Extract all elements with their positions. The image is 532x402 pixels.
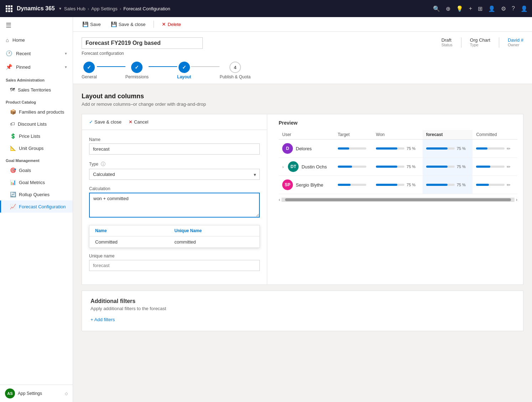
panel-cancel-label: Cancel [134, 119, 148, 125]
calculation-input[interactable]: won + committed [89, 193, 260, 218]
section-header-sales-admin: Sales Administration [0, 74, 73, 84]
form-toolbar: 💾 Save 💾 Save & close ✕ Delete [73, 17, 532, 32]
scroll-right-icon[interactable]: › [516, 197, 517, 202]
scroll-left-icon[interactable]: ‹ [279, 197, 280, 202]
target-bar-fill [338, 147, 349, 150]
profile-icon[interactable]: 👤 [521, 5, 528, 12]
dropdown-col-unique: Unique Name [175, 228, 254, 233]
edit-icon-sergio[interactable]: ✏ [507, 182, 511, 188]
left-panel: ✓ Save & close ✕ Cancel Name [82, 114, 267, 284]
sidebar-item-forecast-config[interactable]: 📈 Forecast Configuration [0, 200, 73, 213]
wizard-step-general[interactable]: ✓ General [82, 62, 97, 79]
panel-save-close-label: Save & close [94, 119, 122, 125]
breadcrumb-sep1: › [88, 6, 89, 11]
breadcrumb-hub[interactable]: Sales Hub [64, 6, 86, 11]
add-filters-button[interactable]: + Add filters [91, 315, 115, 324]
preview-table-header: User Target Won forecast Committed [279, 130, 517, 140]
unit-icon: 📐 [10, 145, 16, 151]
sidebar-item-price-lists[interactable]: 💲 Price Lists [0, 130, 73, 142]
add-icon[interactable]: + [469, 5, 472, 12]
edit-icon-delores[interactable]: ✏ [507, 146, 511, 151]
footer-chevron: ◇ [65, 391, 68, 396]
settings-icon[interactable]: ⚙ [501, 5, 506, 12]
sidebar-item-discount-lists[interactable]: 🏷 Discount Lists [0, 118, 73, 130]
avatar-delores: D [282, 143, 293, 154]
wizard-step-publish[interactable]: 4 Publish & Quota [219, 62, 250, 79]
won-cell-delores: 75 % [372, 140, 423, 158]
col-target: Target [334, 130, 372, 140]
layout-section-title: Layout and columns [82, 93, 523, 100]
forecast-bar-bg [426, 147, 455, 150]
save-close-button[interactable]: 💾 Save & close [109, 20, 148, 28]
committed-cell-sergio: ✏ [472, 176, 517, 194]
sidebar-item-goal-metrics[interactable]: 📊 Goal Metrics [0, 176, 73, 188]
user-icon[interactable]: 👤 [488, 5, 495, 12]
save-button[interactable]: 💾 Save [80, 20, 103, 28]
sidebar-item-rollup-queries[interactable]: 🔄 Rollup Queries [0, 188, 73, 200]
sidebar-item-sales-territories[interactable]: 🗺 Sales Territories [0, 84, 73, 96]
name-input[interactable] [89, 143, 260, 155]
territories-icon: 🗺 [10, 87, 15, 93]
won-pct-d: 75 % [407, 165, 415, 169]
sidebar-footer[interactable]: AS App Settings ◇ [0, 385, 73, 402]
dropdown-row-committed[interactable]: Committed committed [89, 236, 259, 247]
forecast-pct: 75 % [457, 146, 466, 151]
committed-bar-bg [476, 147, 505, 150]
forecast-bar-fill-d [426, 166, 448, 168]
preview-scrollbar-row: ‹ › [279, 197, 517, 202]
expand-dustin[interactable]: › [282, 164, 284, 169]
dropdown-header: Name Unique Name [89, 225, 259, 236]
brand-title[interactable]: Dynamics 365 [17, 5, 55, 12]
add-filters-label: + Add filters [91, 317, 115, 322]
filter-icon[interactable]: ⊞ [478, 5, 482, 12]
scrollbar-thumb[interactable] [285, 198, 511, 201]
breadcrumb-app[interactable]: App Settings [91, 6, 118, 11]
committed-bar-fill-s [476, 184, 489, 186]
left-panel-scroll[interactable]: Name Type ⓘ Calculated [82, 130, 267, 284]
toolbar-separator [154, 21, 154, 28]
preview-scrollbar[interactable] [282, 198, 514, 202]
unique-name-input[interactable] [89, 260, 260, 271]
forecast-title-input[interactable] [82, 37, 203, 49]
form-meta: Draft Status Org Chart Type David # Owne… [441, 37, 523, 48]
sidebar-item-home[interactable]: ⌂ Home [0, 33, 73, 47]
user-cell-dustin: › DT Dustin Ochs [279, 158, 334, 176]
wizard-step-permissions[interactable]: ✓ Permissions [125, 62, 149, 79]
panel-save-close-button[interactable]: ✓ Save & close [88, 118, 123, 126]
help-icon[interactable]: ? [512, 5, 515, 12]
step-label-permissions: Permissions [125, 74, 149, 79]
wizard-connector-2 [149, 66, 177, 67]
sidebar-item-unit-groups[interactable]: 📐 Unit Groups [0, 142, 73, 154]
edit-icon-dustin[interactable]: ✏ [507, 164, 511, 169]
type-select[interactable]: Calculated Simple Sum [89, 169, 260, 180]
sidebar-price-label: Price Lists [19, 134, 40, 139]
delete-button[interactable]: ✕ Delete [160, 20, 184, 28]
sidebar-toggle[interactable]: ☰ [0, 17, 73, 33]
committed-bar-fill [476, 147, 487, 150]
sidebar-item-recent[interactable]: 🕐 Recent ▾ [0, 47, 73, 60]
save-icon: 💾 [82, 21, 88, 27]
table-row: D Delores [279, 140, 517, 158]
goals-icon: 🎯 [10, 167, 16, 173]
wizard-step-layout[interactable]: ✓ Layout [177, 62, 191, 79]
filters-section: Additional filters Apply additional filt… [82, 291, 523, 331]
committed-bar-bg-d [476, 166, 505, 168]
panel-cancel-button[interactable]: ✕ Cancel [127, 118, 150, 126]
calc-label: Calculation [89, 186, 260, 191]
sidebar-item-pinned[interactable]: 📌 Pinned ▾ [0, 60, 73, 74]
step-circle-publish: 4 [229, 62, 241, 73]
sidebar-item-families-products[interactable]: 📦 Families and products [0, 106, 73, 118]
brand-chevron[interactable]: ▾ [59, 6, 61, 11]
sidebar-item-goals[interactable]: 🎯 Goals [0, 164, 73, 176]
search-icon[interactable]: 🔍 [433, 5, 440, 12]
target-bar-bg [338, 147, 366, 150]
lightbulb-icon[interactable]: 💡 [456, 5, 463, 12]
target-bar-bg-s [338, 184, 366, 186]
step-circle-permissions: ✓ [131, 62, 143, 73]
forecast-cell-sergio: 75 % [423, 176, 473, 194]
forecast-bar-bg-d [426, 166, 455, 168]
apps-grid-icon[interactable] [4, 4, 14, 14]
status-icon[interactable]: ⊕ [446, 5, 450, 12]
meta-status: Draft Status [441, 37, 453, 48]
user-cell-delores: D Delores [279, 140, 334, 158]
